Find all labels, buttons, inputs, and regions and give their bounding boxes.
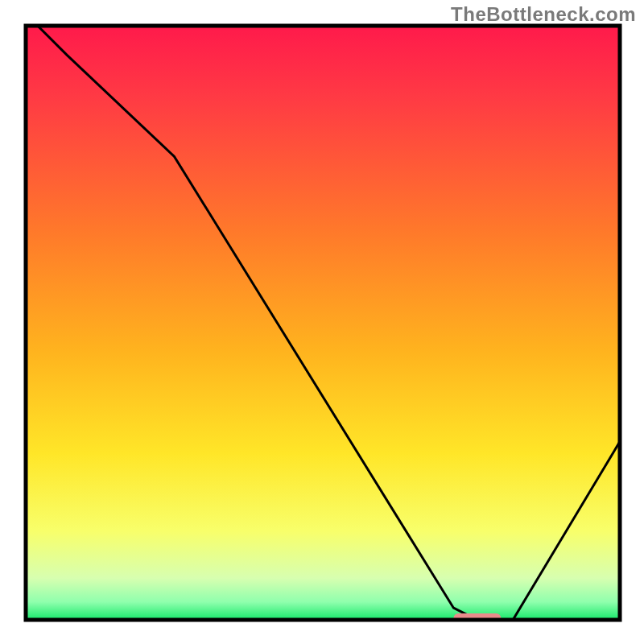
bottleneck-chart: TheBottleneck.com: [0, 0, 644, 644]
watermark-text: TheBottleneck.com: [451, 3, 636, 26]
plot-background: [26, 26, 620, 620]
chart-svg: [0, 0, 644, 644]
